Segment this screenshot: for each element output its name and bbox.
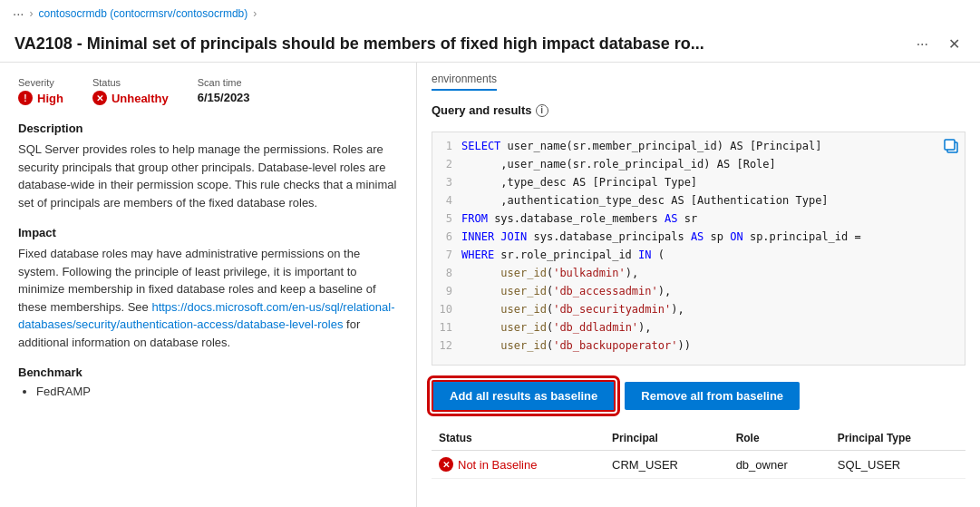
status-label: Status (92, 77, 169, 88)
env-tab[interactable]: environments (432, 72, 965, 94)
code-block: 1 SELECT user_name(sr.member_principal_i… (432, 132, 965, 366)
breadcrumb-sep2: › (253, 7, 257, 20)
meta-row: Severity ! High Status ✕ Unhealthy Scan … (18, 77, 398, 105)
content-area: Severity ! High Status ✕ Unhealthy Scan … (0, 63, 980, 507)
code-line: 8 user_id('bulkadmin'), (432, 267, 965, 285)
code-lines: 1 SELECT user_name(sr.member_principal_i… (432, 140, 965, 357)
severity-value: ! High (18, 91, 63, 105)
status-text: Unhealthy (112, 92, 169, 105)
benchmark-title: Benchmark (18, 366, 398, 379)
status-value: ✕ Unhealthy (92, 91, 169, 105)
env-tab-label: environments (432, 73, 497, 91)
table-row: ✕ Not in Baseline CRM_USER db_owner SQL_… (432, 451, 965, 479)
scan-time-value: 6/15/2023 (198, 91, 250, 104)
impact-title: Impact (18, 226, 398, 239)
code-line: 5 FROM sys.database_role_members AS sr (432, 212, 965, 230)
results-table: Status Principal Role Principal Type ✕ N… (432, 426, 965, 479)
table-header-row: Status Principal Role Principal Type (432, 426, 965, 451)
scan-time-label: Scan time (198, 77, 250, 88)
code-line: 1 SELECT user_name(sr.member_principal_i… (432, 140, 965, 158)
page-title: VA2108 - Minimal set of principals shoul… (15, 34, 876, 54)
cell-principal: CRM_USER (605, 451, 729, 479)
code-line: 11 user_id('db_ddladmin'), (432, 321, 965, 339)
breadcrumb-ellipsis[interactable]: ··· (13, 5, 24, 21)
col-principal: Principal (605, 426, 729, 451)
query-title: Query and results (432, 103, 532, 117)
code-line: 3 ,type_desc AS [Principal Type] (432, 176, 965, 194)
description-title: Description (18, 122, 398, 135)
add-baseline-button[interactable]: Add all results as baseline (432, 380, 616, 412)
baseline-actions: Add all results as baseline Remove all f… (432, 375, 965, 417)
status-icon: ✕ (92, 91, 107, 105)
severity-text: High (37, 92, 63, 105)
severity-label: Severity (18, 77, 63, 88)
severity-item: Severity ! High (18, 77, 63, 105)
breadcrumb-bar: ··· › contosocrmdb (contocrmsrv/contosoc… (0, 0, 980, 26)
svg-rect-1 (945, 140, 955, 150)
remove-baseline-button[interactable]: Remove all from baseline (625, 382, 800, 410)
code-line: 7 WHERE sr.role_principal_id IN ( (432, 249, 965, 267)
status-error-icon: ✕ (439, 457, 453, 472)
breadcrumb-db[interactable]: contosocrmdb (contocrmsrv/contosocrmdb) (39, 7, 248, 20)
panel-header: VA2108 - Minimal set of principals shoul… (0, 26, 980, 63)
col-status: Status (432, 426, 605, 451)
status-text: Not in Baseline (458, 458, 537, 472)
description-section: Description SQL Server provides roles to… (18, 122, 398, 211)
code-line: 4 ,authentication_type_desc AS [Authenti… (432, 194, 965, 212)
code-line: 12 user_id('db_backupoperator')) (432, 339, 965, 357)
cell-role: db_owner (729, 451, 830, 479)
table-body: ✕ Not in Baseline CRM_USER db_owner SQL_… (432, 451, 965, 479)
col-principal-type: Principal Type (830, 426, 965, 451)
header-actions: ··· ✕ (911, 34, 965, 54)
scan-time-item: Scan time 6/15/2023 (198, 77, 250, 105)
code-line: 10 user_id('db_securityadmin'), (432, 303, 965, 321)
col-role: Role (729, 426, 830, 451)
left-panel: Severity ! High Status ✕ Unhealthy Scan … (0, 63, 417, 507)
query-section-header: Query and results i (432, 103, 965, 117)
cell-status: ✕ Not in Baseline (432, 451, 605, 479)
copy-code-button[interactable] (943, 138, 959, 158)
status-item: Status ✕ Unhealthy (92, 77, 169, 105)
close-button[interactable]: ✕ (943, 34, 965, 54)
severity-icon: ! (18, 91, 33, 105)
info-icon[interactable]: i (536, 104, 548, 117)
benchmark-section: Benchmark FedRAMP (18, 366, 398, 398)
description-body: SQL Server provides roles to help manage… (18, 141, 398, 211)
benchmark-item-fedramp: FedRAMP (36, 385, 398, 398)
status-cell: ✕ Not in Baseline (439, 457, 597, 472)
code-line: 9 user_id('db_accessadmin'), (432, 285, 965, 303)
breadcrumb-sep1: › (30, 7, 34, 20)
code-line: 2 ,user_name(sr.role_principal_id) AS [R… (432, 158, 965, 176)
impact-section: Impact Fixed database roles may have adm… (18, 226, 398, 351)
impact-body: Fixed database roles may have administra… (18, 245, 398, 351)
code-line: 6 INNER JOIN sys.database_principals AS … (432, 230, 965, 249)
cell-principal-type: SQL_USER (830, 451, 965, 479)
main-container: VA2108 - Minimal set of principals shoul… (0, 26, 980, 507)
table-header: Status Principal Role Principal Type (432, 426, 965, 451)
more-options-button[interactable]: ··· (911, 34, 934, 54)
benchmark-list: FedRAMP (18, 385, 398, 398)
right-panel: environments Query and results i 1 (417, 63, 980, 507)
